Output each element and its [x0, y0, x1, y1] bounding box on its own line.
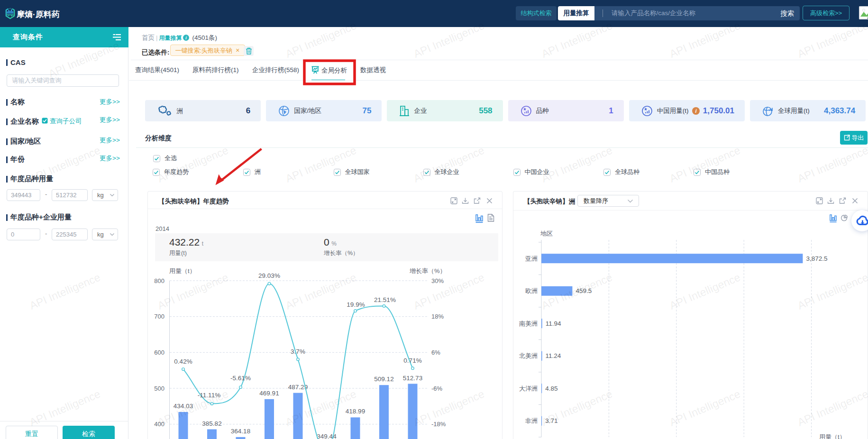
svg-text:3.71: 3.71: [545, 417, 557, 424]
svg-text:0.71%: 0.71%: [403, 357, 421, 364]
svg-text:500: 500: [154, 385, 164, 392]
svg-text:-11.11%: -11.11%: [198, 392, 220, 399]
svg-text:3.7%: 3.7%: [291, 348, 305, 355]
svg-text:418.99: 418.99: [346, 408, 365, 415]
svg-text:469.91: 469.91: [259, 390, 279, 397]
svg-text:-18%: -18%: [431, 421, 446, 428]
svg-text:6%: 6%: [431, 349, 440, 356]
svg-text:29.03%: 29.03%: [258, 272, 280, 279]
svg-text:800: 800: [154, 277, 164, 284]
svg-text:509.12: 509.12: [374, 375, 393, 383]
svg-text:0.42%: 0.42%: [174, 358, 192, 365]
svg-text:21.51%: 21.51%: [374, 296, 396, 303]
svg-text:用量（t）: 用量（t）: [169, 267, 196, 274]
svg-text:600: 600: [154, 349, 164, 356]
svg-text:3,872.5: 3,872.5: [806, 255, 827, 262]
svg-text:地区: 地区: [540, 230, 553, 237]
svg-text:欧洲: 欧洲: [525, 287, 538, 294]
svg-text:大洋洲: 大洋洲: [519, 385, 538, 392]
svg-text:30%: 30%: [431, 277, 444, 284]
svg-text:364.18: 364.18: [231, 428, 250, 435]
svg-text:北美洲: 北美洲: [519, 352, 538, 359]
svg-text:增长率（%）: 增长率（%）: [409, 267, 446, 274]
svg-text:南美洲: 南美洲: [519, 320, 538, 327]
svg-text:非洲: 非洲: [525, 417, 538, 424]
svg-text:512.73: 512.73: [403, 375, 422, 382]
svg-text:18%: 18%: [431, 313, 444, 320]
svg-text:385.82: 385.82: [202, 420, 221, 427]
svg-text:用量（t）: 用量（t）: [819, 433, 846, 439]
svg-text:-5.61%: -5.61%: [230, 375, 251, 382]
svg-text:459.5: 459.5: [576, 287, 592, 294]
svg-text:19.9%: 19.9%: [347, 301, 365, 308]
svg-text:400: 400: [154, 421, 164, 428]
svg-text:434.03: 434.03: [174, 402, 193, 410]
svg-text:4.85: 4.85: [545, 385, 557, 392]
svg-text:亚洲: 亚洲: [525, 255, 538, 262]
svg-text:-6%: -6%: [431, 385, 443, 392]
svg-text:11.94: 11.94: [546, 320, 561, 327]
svg-text:11.24: 11.24: [546, 352, 561, 359]
svg-text:700: 700: [154, 313, 164, 320]
